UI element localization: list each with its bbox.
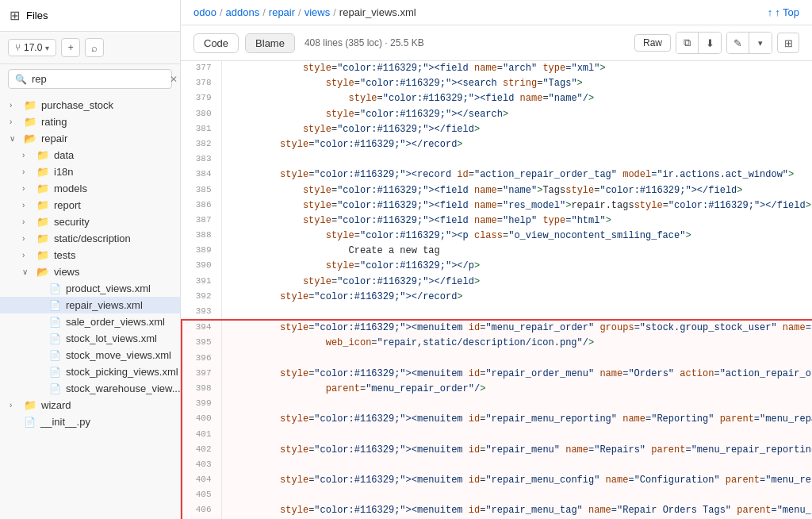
file-icon: 📄 xyxy=(49,283,61,294)
version-select[interactable]: ⑂ 17.0 ▾ xyxy=(8,39,56,56)
new-file-button[interactable]: + xyxy=(61,38,80,57)
tree-item-rating[interactable]: › 📁 rating xyxy=(0,113,180,130)
line-number: 401 xyxy=(182,428,221,443)
tree-item-i18n[interactable]: › 📁 i18n xyxy=(0,163,180,180)
search-input[interactable] xyxy=(32,73,165,85)
breadcrumb-views[interactable]: views xyxy=(304,6,331,18)
tree-item-stock-move-views-xml[interactable]: › 📄 stock_move_views.xml xyxy=(0,347,180,363)
line-code xyxy=(221,488,812,503)
tree-item-static-description[interactable]: › 📁 static/description xyxy=(0,230,180,247)
tree-item-sale-order-views-xml[interactable]: › 📄 sale_order_views.xml xyxy=(0,313,180,330)
line-code: style="color:#116329;"><field name="help… xyxy=(221,213,812,229)
table-row: 391 style="color:#116329;"></field> xyxy=(182,275,812,290)
table-row: 398 parent="menu_repair_order"/> xyxy=(182,382,812,397)
item-label: wizard xyxy=(41,399,71,411)
line-number: 393 xyxy=(182,305,221,320)
line-code: style="color:#116329;"><menuitem id="rep… xyxy=(221,443,812,458)
item-label: product_views.xml xyxy=(66,283,151,294)
folder-icon: 📁 xyxy=(24,99,36,111)
table-row: 406 style="color:#116329;"><menuitem id=… xyxy=(182,503,812,519)
tree-item-stock-lot-views-xml[interactable]: › 📄 stock_lot_views.xml xyxy=(0,330,180,347)
tree-item-views[interactable]: ∨ 📂 views xyxy=(0,263,180,280)
top-label: ↑ Top xyxy=(775,6,799,18)
line-number: 380 xyxy=(182,107,221,122)
tree-item-stock-warehouse-view[interactable]: › 📄 stock_warehouse_view... xyxy=(0,380,180,397)
tree-item-purchase-stock[interactable]: › 📁 purchase_stock xyxy=(0,97,180,113)
table-row: 399 xyxy=(182,397,812,412)
edit-button[interactable]: ✎ xyxy=(727,33,749,53)
arrow-icon: › xyxy=(22,167,32,176)
tree-item-wizard[interactable]: › 📁 wizard xyxy=(0,397,180,413)
arrow-icon: › xyxy=(22,201,32,210)
line-code xyxy=(221,152,812,167)
table-row: 392 style="color:#116329;"></record> xyxy=(182,290,812,305)
tab-code[interactable]: Code xyxy=(193,33,239,53)
item-label: rating xyxy=(41,116,67,128)
line-code: style="color:#116329;"><field name="name… xyxy=(221,183,812,198)
breadcrumb-addons[interactable]: addons xyxy=(226,6,260,18)
tree-item-models[interactable]: › 📁 models xyxy=(0,180,180,197)
line-code: style="color:#116329;"></record> xyxy=(221,137,812,152)
tree-item-stock-picking-views-xml[interactable]: › 📄 stock_picking_views.xml xyxy=(0,363,180,380)
line-code: style="color:#116329;"><menuitem id="men… xyxy=(221,320,812,336)
item-label: stock_lot_views.xml xyxy=(66,333,157,344)
search-files-button[interactable]: ⌕ xyxy=(85,38,104,57)
expand-button[interactable]: ⊞ xyxy=(777,33,799,53)
line-number: 396 xyxy=(182,352,221,367)
folder-icon: 📂 xyxy=(36,266,49,278)
file-icon: 📄 xyxy=(49,300,61,311)
line-number: 387 xyxy=(182,213,221,229)
line-code: style="color:#116329;"></search> xyxy=(221,107,812,122)
table-row: 380 style="color:#116329;"></search> xyxy=(182,107,812,122)
arrow-icon: › xyxy=(22,217,32,226)
table-row: 393 xyxy=(182,305,812,320)
line-code: style="color:#116329;"><search string="T… xyxy=(221,76,812,91)
line-number: 395 xyxy=(182,336,221,351)
table-row: 383 xyxy=(182,152,812,167)
table-row: 379 style="color:#116329;"><field name="… xyxy=(182,91,812,106)
line-number: 398 xyxy=(182,382,221,397)
tree-item-tests[interactable]: › 📁 tests xyxy=(0,247,180,263)
tree-item-data[interactable]: › 📁 data xyxy=(0,147,180,163)
line-number: 392 xyxy=(182,290,221,305)
breadcrumb-repair[interactable]: repair xyxy=(269,6,295,18)
tree-item-repair[interactable]: ∨ 📂 repair xyxy=(0,130,180,147)
file-icon: 📄 xyxy=(49,317,61,328)
clear-search-button[interactable]: ✕ xyxy=(170,74,178,85)
table-row: 378 style="color:#116329;"><search strin… xyxy=(182,76,812,91)
raw-button[interactable]: Raw xyxy=(634,34,671,52)
line-number: 388 xyxy=(182,229,221,244)
item-label: sale_order_views.xml xyxy=(66,316,165,328)
line-number: 381 xyxy=(182,122,221,137)
copy-button[interactable]: ⧉ xyxy=(676,33,699,53)
item-label: stock_move_views.xml xyxy=(66,349,171,361)
tree-item-init-py[interactable]: › 📄 __init__.py xyxy=(0,413,180,430)
file-icon: 📄 xyxy=(24,417,36,428)
line-number: 389 xyxy=(182,244,221,259)
version-chevron-icon: ▾ xyxy=(45,44,49,52)
tree-item-report[interactable]: › 📁 report xyxy=(0,197,180,213)
folder-icon: 📁 xyxy=(36,199,49,211)
tree-item-repair-views-xml[interactable]: › 📄 repair_views.xml xyxy=(0,297,180,313)
line-code: style="color:#116329;"><menuitem id="rep… xyxy=(221,473,812,488)
line-code xyxy=(221,397,812,412)
breadcrumb-odoo[interactable]: odoo xyxy=(193,6,216,18)
table-row: 381 style="color:#116329;"></field> xyxy=(182,122,812,137)
table-row: 394 style="color:#116329;"><menuitem id=… xyxy=(182,320,812,336)
line-code: web_icon="repair,static/description/icon… xyxy=(221,336,812,351)
tree-item-product-views-xml[interactable]: › 📄 product_views.xml xyxy=(0,280,180,297)
tree-item-security[interactable]: › 📁 security xyxy=(0,213,180,230)
toolbar: Code Blame 408 lines (385 loc) · 25.5 KB… xyxy=(181,25,812,61)
code-table: 377 style="color:#116329;"><field name="… xyxy=(181,61,812,519)
tab-blame[interactable]: Blame xyxy=(245,33,295,53)
arrow-icon: › xyxy=(22,251,32,260)
file-icon: 📄 xyxy=(49,350,61,361)
line-number: 385 xyxy=(182,183,221,198)
top-button[interactable]: ↑ ↑ Top xyxy=(768,6,799,18)
download-button[interactable]: ⬇ xyxy=(699,33,721,53)
sidebar-header: ⊞ Files xyxy=(0,0,180,32)
file-tree: › 📁 purchase_stock › 📁 rating ∨ 📂 repair… xyxy=(0,94,180,519)
edit-chevron-button[interactable]: ▾ xyxy=(749,33,772,53)
item-label: report xyxy=(54,199,81,211)
code-area[interactable]: 377 style="color:#116329;"><field name="… xyxy=(181,61,812,519)
